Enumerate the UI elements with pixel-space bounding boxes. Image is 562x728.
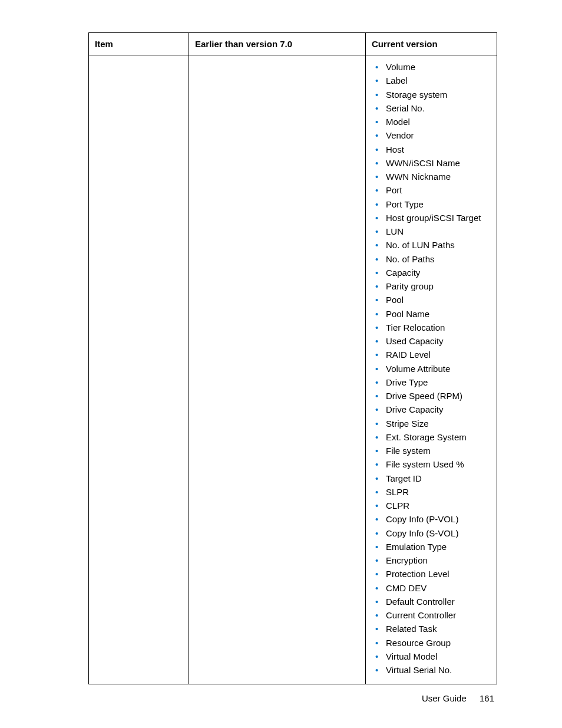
list-item: WWN/iSCSI Name — [374, 156, 491, 170]
list-item: Storage system — [374, 88, 491, 101]
list-item: WWN Nickname — [374, 170, 491, 183]
list-item: Vendor — [374, 129, 491, 142]
list-item: Copy Info (S-VOL) — [374, 526, 491, 540]
list-item: Emulation Type — [374, 540, 491, 554]
list-item: Pool Name — [374, 307, 491, 321]
footer-page-number: 161 — [480, 693, 494, 703]
list-item: Serial No. — [374, 101, 491, 115]
comparison-table: Item Earlier than version 7.0 Current ve… — [88, 32, 497, 684]
list-item: Virtual Serial No. — [374, 663, 491, 677]
list-item: Resource Group — [374, 636, 491, 650]
list-item: Stripe Size — [374, 417, 491, 430]
list-item: Drive Speed (RPM) — [374, 389, 491, 403]
current-version-list: VolumeLabelStorage systemSerial No.Model… — [372, 60, 491, 677]
list-item: Copy Info (P-VOL) — [374, 512, 491, 526]
list-item: Host — [374, 143, 491, 156]
table-row: VolumeLabelStorage systemSerial No.Model… — [89, 55, 497, 684]
list-item: Volume — [374, 60, 491, 74]
table-header-row: Item Earlier than version 7.0 Current ve… — [89, 33, 497, 55]
list-item: Host group/iSCSI Target — [374, 211, 491, 225]
cell-earlier — [189, 55, 366, 684]
list-item: CMD DEV — [374, 581, 491, 595]
cell-current: VolumeLabelStorage systemSerial No.Model… — [366, 55, 497, 684]
list-item: Target ID — [374, 472, 491, 485]
list-item: Default Controller — [374, 595, 491, 608]
list-item: Pool — [374, 293, 491, 307]
list-item: Volume Attribute — [374, 362, 491, 375]
list-item: RAID Level — [374, 348, 491, 361]
list-item: LUN — [374, 225, 491, 238]
page-content: Item Earlier than version 7.0 Current ve… — [0, 0, 562, 684]
list-item: No. of Paths — [374, 252, 491, 266]
header-item: Item — [89, 33, 189, 55]
list-item: Drive Type — [374, 375, 491, 389]
list-item: Model — [374, 115, 491, 129]
header-current: Current version — [366, 33, 497, 55]
list-item: SLPR — [374, 485, 491, 499]
list-item: Used Capacity — [374, 334, 491, 348]
list-item: Related Task — [374, 622, 491, 635]
cell-item — [89, 55, 189, 684]
list-item: Protection Level — [374, 567, 491, 581]
header-earlier: Earlier than version 7.0 — [189, 33, 366, 55]
list-item: Drive Capacity — [374, 403, 491, 416]
list-item: Label — [374, 74, 491, 87]
list-item: File system — [374, 444, 491, 457]
list-item: Port — [374, 183, 491, 197]
list-item: File system Used % — [374, 457, 491, 471]
list-item: Port Type — [374, 197, 491, 211]
footer-label: User Guide — [422, 693, 467, 703]
list-item: Tier Relocation — [374, 321, 491, 334]
list-item: Ext. Storage System — [374, 430, 491, 444]
list-item: No. of LUN Paths — [374, 238, 491, 252]
list-item: Virtual Model — [374, 650, 491, 663]
list-item: CLPR — [374, 499, 491, 512]
list-item: Current Controller — [374, 608, 491, 622]
page-footer: User Guide 161 — [422, 693, 494, 703]
list-item: Parity group — [374, 279, 491, 293]
list-item: Encryption — [374, 554, 491, 567]
list-item: Capacity — [374, 266, 491, 279]
